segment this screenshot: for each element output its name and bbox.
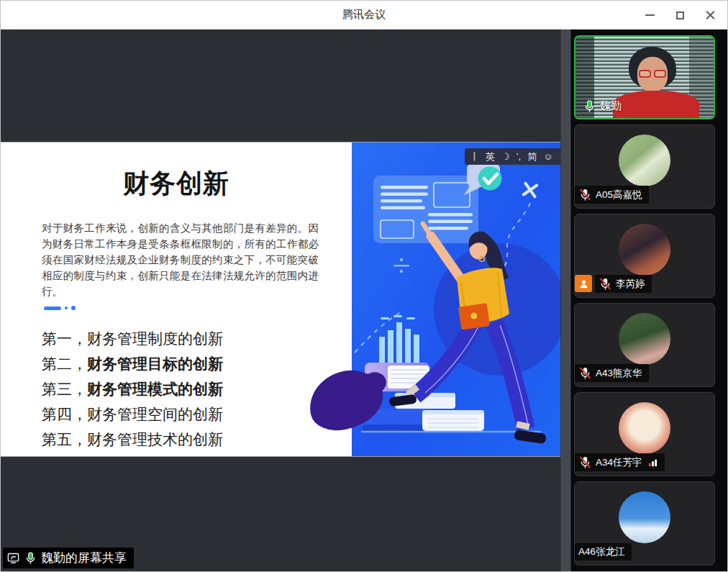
moon-icon[interactable]: ☽: [501, 152, 510, 161]
close-button[interactable]: [700, 5, 720, 25]
text-cursor-icon: 丨: [470, 152, 479, 161]
maximize-button[interactable]: [670, 5, 690, 25]
presentation-slide: 财务创新 对于财务工作来说，创新的含义与其他部门是有差异的。因为财务日常工作本身…: [1, 142, 560, 456]
divider-decoration: [44, 306, 352, 310]
main-content: 财务创新 对于财务工作来说，创新的含义与其他部门是有差异的。因为财务日常工作本身…: [1, 29, 727, 571]
slide-text-column: 财务创新 对于财务工作来说，创新的含义与其他部门是有差异的。因为财务日常工作本身…: [1, 142, 352, 456]
participant-namebar: A05高嘉悦: [575, 186, 649, 204]
simplified-chinese-button[interactable]: 简: [527, 152, 537, 161]
share-banner-label: 魏勤的屏幕共享: [41, 550, 127, 566]
participant-namebar: 魏勤: [581, 97, 623, 115]
list-item: 第四，财务管理空间的创新: [42, 404, 352, 430]
avatar: [619, 313, 670, 365]
window-controls: [640, 1, 720, 29]
close-icon: [706, 11, 715, 20]
participant-namebar: A43熊京华: [575, 364, 649, 382]
participant-name: A43熊京华: [596, 367, 642, 380]
orange-participant-badge: [575, 275, 592, 292]
emoji-icon[interactable]: ☺: [543, 152, 552, 161]
participant-tile[interactable]: A43熊京华: [574, 303, 715, 387]
mic-muted-icon: [578, 188, 592, 201]
screen-share-banner: 魏勤的屏幕共享: [3, 548, 134, 568]
screen-share-icon: [6, 551, 20, 565]
punctuation-icon[interactable]: ’,: [517, 152, 522, 161]
list-item: 第五，财务管理技术的创新: [42, 430, 352, 455]
participant-name: A34任芳宇: [596, 456, 642, 469]
screen-share-view: 财务创新 对于财务工作来说，创新的含义与其他部门是有差异的。因为财务日常工作本身…: [1, 29, 560, 571]
gear-icon[interactable]: ⚙: [559, 152, 560, 161]
titlebar: 腾讯会议: [1, 1, 727, 29]
list-item: 第一，财务管理制度的创新: [42, 329, 352, 354]
participant-namebar: A46张龙江: [575, 543, 632, 560]
avatar: [619, 224, 670, 276]
ime-toolbar: 丨 英 ☽ ’, 简 ☺ ⚙: [465, 148, 560, 165]
slide-illustration: [352, 142, 560, 456]
minimize-icon: [645, 14, 655, 16]
slide-paragraph: 对于财务工作来说，创新的含义与其他部门是有差异的。因为财务日常工作本身是受条条框…: [42, 220, 319, 299]
ime-language-button[interactable]: 英: [486, 152, 495, 161]
signal-bars-icon: [647, 457, 658, 468]
participant-tile[interactable]: 李芮婷: [574, 214, 715, 298]
avatar: [619, 491, 670, 543]
participant-tile[interactable]: A46张龙江: [574, 481, 715, 566]
participant-name: A05高嘉悦: [596, 189, 642, 201]
window-title: 腾讯会议: [342, 8, 386, 22]
participant-name: 李芮婷: [616, 278, 645, 291]
panel-divider[interactable]: [560, 29, 571, 571]
slide-bullet-list: 第一，财务管理制度的创新 第二，财务管理目标的创新 第三，财务管理模式的创新 第…: [42, 329, 352, 455]
minimize-button[interactable]: [640, 5, 660, 25]
list-item: 第二，财务管理目标的创新: [42, 354, 352, 379]
participant-namebar: A34任芳宇: [575, 453, 665, 471]
slide-title: 财务创新: [1, 166, 352, 201]
slide-illustration-panel: [352, 142, 560, 456]
mic-muted-icon: [578, 366, 592, 380]
maximize-icon: [676, 12, 684, 19]
avatar: [619, 135, 670, 186]
tencent-meeting-window: 腾讯会议 财务创新 对于财务工作来说，创新的含义与其他部门是有差异的。因为财务日…: [0, 0, 728, 572]
participant-sidebar: 魏勤 A05高嘉悦: [571, 29, 727, 571]
avatar: [619, 402, 670, 454]
mic-on-icon: [24, 551, 37, 565]
participant-namebar: 李芮婷: [575, 275, 652, 293]
mic-muted-icon: [599, 277, 612, 291]
mic-muted-icon: [578, 455, 592, 469]
participant-name: 魏勤: [600, 99, 622, 113]
list-item: 第三，财务管理模式的创新: [42, 379, 352, 404]
participant-tile-weiqin[interactable]: 魏勤: [574, 35, 715, 119]
participant-tile[interactable]: A05高嘉悦: [574, 124, 715, 209]
participant-tile[interactable]: A34任芳宇: [574, 392, 715, 476]
mic-on-icon: [583, 99, 596, 113]
participant-name: A46张龙江: [578, 545, 625, 558]
